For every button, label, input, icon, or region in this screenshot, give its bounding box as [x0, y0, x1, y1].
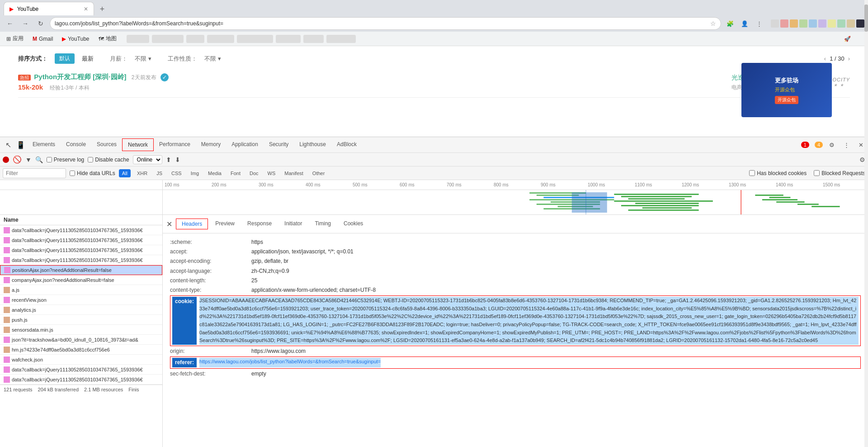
- tl-1400: 1400 ms: [774, 180, 821, 190]
- file-row[interactable]: a.js: [0, 285, 162, 295]
- menu-btn[interactable]: ⋮: [753, 17, 765, 30]
- filter-type-js[interactable]: JS: [154, 170, 165, 177]
- record-btn[interactable]: [3, 157, 9, 163]
- filter-type-img[interactable]: Img: [188, 170, 202, 177]
- tab-lighthouse[interactable]: Lighthouse: [294, 138, 331, 151]
- back-btn[interactable]: ←: [4, 17, 16, 30]
- detail-tab-preview[interactable]: Preview: [210, 219, 240, 229]
- rocket-icon[interactable]: 🚀: [841, 33, 854, 45]
- bookmark-gmail[interactable]: M Gmail: [30, 35, 56, 43]
- tab-security[interactable]: Security: [264, 138, 294, 151]
- bookmark-youtube[interactable]: ▶ YouTube: [59, 35, 92, 43]
- salary-select[interactable]: 不限 ▾: [135, 55, 151, 63]
- bookmark-apps[interactable]: ⊞ 应用: [4, 34, 26, 43]
- browser-tab[interactable]: ▶ YouTube ✕: [4, 2, 94, 15]
- detail-close-btn[interactable]: ✕: [166, 220, 172, 228]
- throttle-select[interactable]: Online: [133, 155, 162, 164]
- prev-page-btn[interactable]: ‹: [824, 55, 826, 62]
- detail-tab-timing[interactable]: Timing: [309, 219, 336, 229]
- filter-type-all[interactable]: All: [119, 169, 131, 177]
- filter-type-manifest[interactable]: Manifest: [282, 170, 306, 177]
- file-row[interactable]: recentView.json: [0, 295, 162, 305]
- file-row-selected[interactable]: positionAjax.json?needAddtionalResult=fa…: [0, 265, 162, 275]
- hide-data-urls-label[interactable]: Hide data URLs: [70, 170, 115, 176]
- filter-input[interactable]: [3, 168, 66, 178]
- forward-btn[interactable]: →: [19, 17, 32, 30]
- tab-adblock[interactable]: AdBlock: [331, 138, 362, 151]
- filter-type-ws[interactable]: WS: [265, 170, 278, 177]
- address-input[interactable]: [55, 20, 708, 27]
- tab-sources[interactable]: Sources: [91, 138, 122, 151]
- filter-icon[interactable]: ▼: [25, 156, 32, 163]
- blocked-requests-label[interactable]: Blocked Requests: [814, 170, 865, 176]
- filter-type-other[interactable]: Other: [310, 170, 328, 177]
- sort-default-btn[interactable]: 默认: [55, 53, 75, 64]
- file-row[interactable]: data?callback=jQuery11130528503103476736…: [0, 225, 162, 235]
- tab-console[interactable]: Console: [61, 138, 91, 151]
- filter-type-xhr[interactable]: XHR: [134, 170, 150, 177]
- clear-btn[interactable]: 🚫: [13, 155, 22, 164]
- inspect-element-btn[interactable]: ↖: [2, 138, 14, 151]
- detail-tab-initiator[interactable]: Initiator: [279, 219, 307, 229]
- file-row[interactable]: data?callback=jQuery11130528503103476736…: [0, 245, 162, 255]
- bookmark-maps[interactable]: 🗺 地图: [96, 34, 119, 43]
- job-urgent-tag: 急招: [18, 75, 31, 81]
- next-page-btn[interactable]: ›: [848, 55, 850, 62]
- profile-btn[interactable]: 👤: [738, 17, 751, 30]
- has-blocked-label[interactable]: Has blocked cookies: [749, 170, 807, 176]
- search-icon[interactable]: 🔍: [35, 156, 43, 163]
- filter-type-css[interactable]: CSS: [169, 170, 184, 177]
- tab-performance[interactable]: Performance: [154, 138, 196, 151]
- file-row[interactable]: data?callback=jQuery11130528503103476736…: [0, 255, 162, 265]
- bookmark-star-icon[interactable]: ☆: [710, 20, 716, 27]
- tab-application[interactable]: Application: [226, 138, 264, 151]
- filter-type-media[interactable]: Media: [205, 170, 224, 177]
- extensions-btn[interactable]: 🧩: [724, 17, 736, 30]
- preserve-log-label[interactable]: Preserve log: [47, 157, 84, 163]
- filter-type-doc[interactable]: Doc: [247, 170, 261, 177]
- header-accept-row: accept: application/json, text/javascrip…: [170, 247, 861, 256]
- ad-cta[interactable]: 开源众包: [775, 96, 798, 104]
- hide-data-urls-checkbox[interactable]: [70, 171, 75, 176]
- file-row[interactable]: hm.js?4233e74dff0ae5bd0a3d81c6ccf756e6: [0, 345, 162, 355]
- bookmark-placeholder: [326, 35, 356, 43]
- sort-newest-btn[interactable]: 最新: [82, 55, 94, 63]
- devtools-more-btn[interactable]: ⋮: [841, 139, 852, 150]
- export-har-btn[interactable]: ⬇: [175, 156, 180, 163]
- disable-cache-checkbox[interactable]: [88, 157, 93, 162]
- status-transferred: 204 kB transferred: [38, 387, 79, 392]
- file-row[interactable]: sensorsdata.min.js: [0, 325, 162, 335]
- detail-tab-headers[interactable]: Headers: [176, 219, 208, 229]
- tab-elements[interactable]: Elements: [27, 138, 61, 151]
- browser-toolbar: ← → ↻ ☆ 🧩 👤 ⋮: [0, 15, 868, 32]
- file-row[interactable]: companyAjax.json?needAddtionalResult=fal…: [0, 275, 162, 285]
- detail-tab-response[interactable]: Response: [242, 219, 277, 229]
- tab-close-btn[interactable]: ✕: [84, 6, 88, 12]
- jobtype-select[interactable]: 不限 ▾: [204, 55, 221, 63]
- disable-cache-label[interactable]: Disable cache: [88, 157, 129, 163]
- devtools-settings-btn[interactable]: ⚙: [826, 139, 837, 150]
- new-tab-btn[interactable]: +: [96, 3, 108, 15]
- ad-banner[interactable]: 更多驻场 开源众包 开源众包: [741, 63, 832, 117]
- file-row[interactable]: data?callback=jQuery11130528503103476736…: [0, 375, 162, 385]
- svg-rect-10: [621, 196, 692, 197]
- detail-tab-cookies[interactable]: Cookies: [338, 219, 368, 229]
- import-har-btn[interactable]: ⬆: [166, 156, 171, 163]
- file-row[interactable]: data?callback=jQuery11130528503103476736…: [0, 365, 162, 375]
- reload-btn[interactable]: ↻: [34, 17, 47, 30]
- file-row[interactable]: json?it=trackshow&a=bd00_idnull_0_10816_…: [0, 335, 162, 345]
- file-row[interactable]: data?callback=jQuery11130528503103476736…: [0, 235, 162, 245]
- file-row[interactable]: push.js: [0, 315, 162, 325]
- scrollbar[interactable]: [864, 233, 868, 447]
- tl-900: 900 ms: [539, 180, 586, 190]
- job-title[interactable]: Python开发工程师 [深圳·园岭]: [34, 73, 126, 81]
- toggle-device-btn[interactable]: 📱: [14, 138, 27, 151]
- file-row[interactable]: wafcheck.json: [0, 355, 162, 365]
- filter-type-font[interactable]: Font: [228, 170, 243, 177]
- tab-network[interactable]: Network: [122, 138, 154, 151]
- tab-memory[interactable]: Memory: [196, 138, 226, 151]
- blocked-requests-checkbox[interactable]: [814, 170, 820, 176]
- file-row[interactable]: analytics.js: [0, 305, 162, 315]
- has-blocked-checkbox[interactable]: [749, 170, 755, 176]
- preserve-log-checkbox[interactable]: [47, 157, 52, 162]
